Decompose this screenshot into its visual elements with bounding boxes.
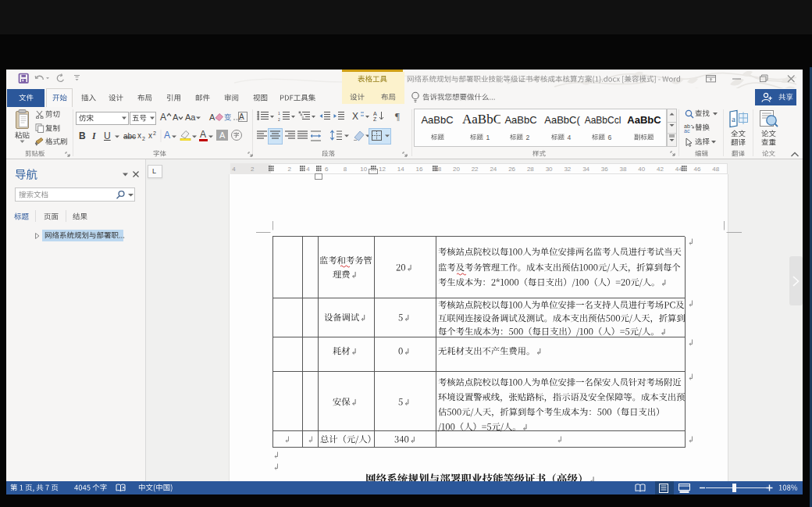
svg-text:a: a [732, 114, 735, 123]
svg-text:2: 2 [278, 117, 280, 122]
svg-text:A: A [373, 111, 377, 116]
svg-text:X: X [352, 111, 358, 121]
svg-text:ac: ac [684, 128, 690, 133]
svg-text:1: 1 [278, 111, 280, 116]
svg-text:Z: Z [373, 116, 377, 121]
svg-text:¶: ¶ [395, 110, 400, 121]
